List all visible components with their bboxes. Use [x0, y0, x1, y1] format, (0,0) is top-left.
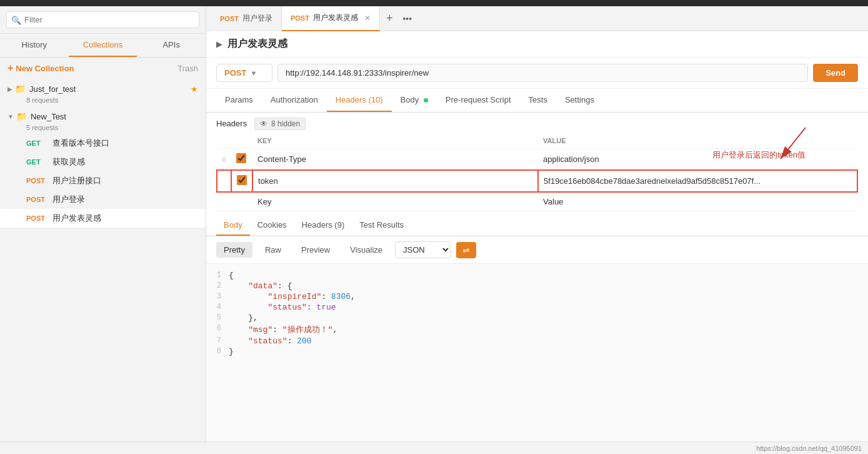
folder-icon: 📁	[15, 84, 26, 94]
add-tab-button[interactable]: +	[380, 12, 399, 25]
checkbox-cell[interactable]	[231, 149, 252, 171]
collection-meta: 8 requests	[0, 96, 206, 106]
request-item-post-register[interactable]: POST 用户注册接口	[0, 171, 206, 190]
method-label: POST	[224, 68, 246, 78]
tab-body[interactable]: Body	[392, 89, 437, 112]
code-line-2: 2 "data": {	[206, 281, 868, 291]
sidebar-search-area: 🔍	[0, 6, 206, 34]
drag-handle-cell[interactable]	[217, 170, 231, 192]
method-get-badge: GET	[26, 139, 49, 147]
request-item-get-inspire[interactable]: GET 获取灵感	[0, 153, 206, 171]
tab-close-button[interactable]: ✕	[364, 14, 371, 23]
line-code: },	[229, 313, 258, 323]
format-preview-button[interactable]: Preview	[294, 242, 337, 258]
line-number: 8	[206, 347, 229, 356]
tab-tests[interactable]: Tests	[520, 89, 556, 112]
trash-button[interactable]: Trash	[177, 64, 198, 73]
format-pretty-button[interactable]: Pretty	[216, 242, 252, 258]
line-number: 2	[206, 281, 229, 291]
line-number: 1	[206, 271, 229, 280]
tab-params[interactable]: Params	[216, 89, 262, 112]
tab-name-label: 用户发表灵感	[313, 13, 358, 23]
sidebar-actions: + New Collection Trash	[0, 58, 206, 79]
row-checkbox[interactable]	[237, 175, 247, 185]
chevron-down-icon: ▼	[7, 113, 14, 120]
line-code: "status": true	[229, 303, 336, 312]
line-number: 4	[206, 303, 229, 312]
request-name: 获取灵感	[52, 156, 85, 168]
collection-name: Just_for_test	[29, 84, 187, 94]
status-bar: https://blog.csdn.net/qq_41095091	[0, 441, 868, 454]
request-tab-login[interactable]: POST 用户登录	[211, 6, 282, 31]
request-tabs-bar: POST 用户登录 POST 用户发表灵感 ✕ + •••	[206, 6, 868, 31]
status-url: https://blog.csdn.net/qq_41095091	[756, 445, 862, 452]
col-check	[231, 133, 252, 149]
resp-tab-cookies[interactable]: Cookies	[250, 215, 294, 236]
format-visualize-button[interactable]: Visualize	[342, 242, 390, 258]
resp-tab-headers[interactable]: Headers (9)	[294, 215, 352, 236]
headers-table-container: KEY VALUE ≡ Content-Type application/jso…	[206, 131, 868, 211]
empty-value-cell[interactable]: Value	[538, 192, 857, 211]
line-code: "msg": "操作成功！",	[229, 324, 337, 335]
request-item-post-inspire[interactable]: POST 用户发表灵感	[0, 209, 206, 228]
sidebar-tabs: History Collections APIs	[0, 34, 206, 58]
resp-tab-body[interactable]: Body	[216, 215, 250, 236]
nav-tabs: Params Authorization Headers (10) Body P…	[206, 89, 868, 113]
collection-just-for-test: ▶ 📁 Just_for_test ★ 8 requests	[0, 79, 206, 106]
code-line-8: 8 }	[206, 346, 868, 357]
line-number: 6	[206, 324, 229, 335]
checkbox-cell[interactable]	[231, 170, 252, 192]
collection-new-test: ▼ 📁 New_Test 5 requests GET 查看版本号接口 GET …	[0, 106, 206, 228]
line-code: {	[229, 271, 234, 280]
response-toolbar: Pretty Raw Preview Visualize JSON XML HT…	[206, 236, 868, 264]
sidebar-content: ▶ 📁 Just_for_test ★ 8 requests ▼ 📁 New_T…	[0, 79, 206, 441]
wrap-button[interactable]: ⇌	[456, 242, 476, 258]
url-bar: POST ▼ Send	[206, 58, 868, 89]
request-item-get-version[interactable]: GET 查看版本号接口	[0, 134, 206, 153]
request-tab-inspire[interactable]: POST 用户发表灵感 ✕	[282, 6, 380, 31]
empty-key-cell[interactable]: Key	[252, 192, 538, 211]
request-title: 用户发表灵感	[227, 38, 287, 51]
line-code: "data": {	[229, 281, 292, 291]
method-select[interactable]: POST ▼	[216, 64, 272, 82]
tab-settings[interactable]: Settings	[556, 89, 603, 112]
col-drag	[217, 133, 231, 149]
dropdown-arrow-icon: ▼	[250, 69, 257, 77]
format-type-select[interactable]: JSON XML HTML Text	[395, 241, 451, 258]
format-raw-button[interactable]: Raw	[257, 242, 289, 258]
tab-method-label: POST	[220, 15, 239, 23]
key-cell: Content-Type	[252, 149, 538, 171]
code-line-6: 6 "msg": "操作成功！",	[206, 323, 868, 336]
table-row-empty: Key Value	[217, 192, 857, 211]
sidebar-tab-collections[interactable]: Collections	[69, 34, 137, 57]
top-bar	[0, 0, 868, 6]
col-key-header: KEY	[252, 133, 538, 149]
request-item-post-login[interactable]: POST 用户登录	[0, 190, 206, 209]
new-collection-button[interactable]: + New Collection	[7, 63, 74, 74]
search-input[interactable]	[6, 11, 199, 28]
send-button[interactable]: Send	[813, 64, 858, 82]
token-key-cell: token	[252, 170, 538, 192]
tab-authorization[interactable]: Authorization	[262, 89, 327, 112]
drag-handle-cell	[217, 192, 231, 211]
more-tabs-button[interactable]: •••	[399, 14, 416, 24]
request-name: 查看版本号接口	[52, 138, 109, 149]
table-row-token: token 5f19ce16eb084cbe78dae3arednelxelad…	[217, 170, 857, 192]
drag-handle-cell[interactable]: ≡	[217, 149, 231, 171]
tab-method-label: POST	[291, 14, 309, 22]
sidebar-tab-history[interactable]: History	[0, 34, 69, 57]
folder-icon: 📁	[16, 111, 27, 121]
line-code: }	[229, 347, 234, 356]
url-input[interactable]	[277, 64, 808, 82]
method-post-badge: POST	[26, 196, 49, 203]
tab-headers[interactable]: Headers (10)	[327, 89, 392, 112]
line-number: 5	[206, 313, 229, 323]
tab-pre-request[interactable]: Pre-request Script	[437, 89, 520, 112]
row-checkbox[interactable]	[236, 153, 246, 163]
code-area: 1 { 2 "data": { 3 "inspireId": 8306, 4 "…	[206, 264, 868, 441]
resp-tab-test-results[interactable]: Test Results	[352, 215, 411, 236]
code-line-7: 7 "status": 200	[206, 336, 868, 346]
request-name: 用户登录	[52, 194, 85, 205]
sidebar-tab-apis[interactable]: APIs	[137, 34, 206, 57]
hidden-headers-badge[interactable]: 👁 8 hidden	[254, 118, 306, 130]
